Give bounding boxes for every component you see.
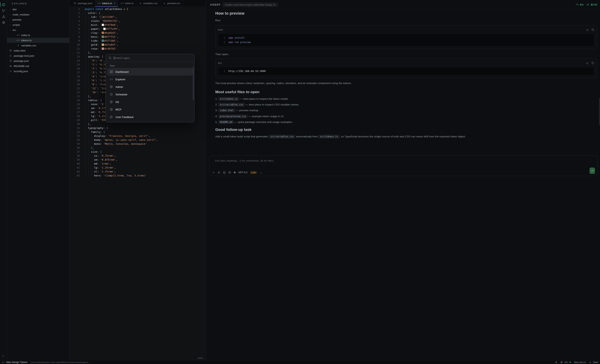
tree-item-tokens.ts[interactable]: </>tokens.ts — [7, 38, 69, 43]
tree-item-index.ts[interactable]: </>index.ts — [7, 33, 69, 38]
code-line: 10 gold: '#d7a84f', — [70, 43, 206, 47]
code-icon — [110, 78, 113, 81]
codeblock-line: 2npm run preview — [220, 40, 300, 45]
search-row[interactable]: Search apps... — [106, 54, 194, 62]
context-button[interactable] — [223, 171, 226, 174]
model-selector[interactable]: GPT-5.5 — [238, 171, 248, 174]
search-icon — [109, 56, 112, 59]
chevron-right-icon — [9, 19, 11, 21]
explorer-title: EXPLORER — [7, 0, 69, 7]
explorer-panel: EXPLORER distnode_modulespreviewscriptss… — [7, 0, 70, 182]
file-chip[interactable]: src/variables.css — [218, 103, 245, 107]
reasoning-button[interactable] — [228, 171, 231, 174]
file-tree: distnode_modulespreviewscriptssrc</>inde… — [7, 7, 69, 74]
agent-label: AGENT — [210, 3, 221, 6]
dialog-scrollbar[interactable] — [193, 67, 194, 100]
app-item-Admin[interactable]: Admin — [107, 83, 193, 91]
app-list: DashboardExplorerAdminSchedulerGitMCPUse… — [106, 68, 194, 121]
box-file-icon — [73, 2, 76, 5]
gear-file-icon — [9, 70, 12, 73]
tree-item-index.html[interactable]: index.html — [7, 48, 69, 53]
chevron-down-icon[interactable] — [260, 172, 262, 174]
preview-note: The local preview shows colour swatches,… — [215, 81, 300, 85]
search-input[interactable]: Search apps... — [114, 56, 131, 59]
run-label: Run: — [215, 18, 300, 23]
agents-button[interactable] — [217, 171, 220, 174]
bash-code-block: bash1npm install2npm run preview — [215, 25, 300, 49]
codeblock-line: 1npm install — [220, 36, 300, 40]
files-activity-icon[interactable] — [0, 2, 7, 8]
file-chip[interactable]: index.html — [218, 109, 235, 112]
tab-package.json[interactable]: package.json — [71, 0, 95, 7]
chevron-right-icon — [9, 8, 11, 10]
app-item-Scheduler[interactable]: Scheduler — [107, 91, 193, 98]
tab-bar: package.json</>tokens.ts×</>index.ts϶var… — [70, 0, 206, 7]
tree-item-src[interactable]: src — [7, 27, 69, 33]
code-line: 7 clay: '#ba6b43', — [70, 31, 206, 35]
attach-button[interactable] — [212, 171, 215, 174]
code-line: 43 hero: 'clamp(2.5rem, 7vw, 5.5rem)' — [70, 174, 206, 178]
codeblock-language: text — [218, 62, 222, 64]
tree-item-variables.css[interactable]: ϶variables.css — [7, 43, 69, 48]
tab-preview.css[interactable]: ϶preview.css — [160, 0, 183, 7]
useful-file-item: 5. README.md — quick package overview an… — [215, 120, 300, 124]
org-activity-icon[interactable] — [0, 13, 7, 19]
agent-panel: AGENT Create a new demo project called A… — [206, 0, 300, 182]
globe-activity-icon[interactable] — [0, 19, 7, 25]
useful-files-list: 1. src/tokens.ts — best place to inspect… — [215, 97, 300, 124]
effort-badge[interactable]: Low — [250, 171, 257, 174]
ts-file-icon: </> — [121, 2, 124, 5]
activity-bar — [0, 0, 7, 182]
tab-index.ts[interactable]: </>index.ts — [118, 0, 136, 7]
heading-useful-files: Most useful files to open — [215, 90, 300, 94]
agent-body: How to preview Run: bash1npm install2npm… — [215, 9, 300, 139]
code-line: 32 family: { — [70, 130, 206, 134]
agent-task-pill[interactable]: Create a new demo project called Atlas D… — [223, 3, 278, 7]
code-line: 1export const atlasTokens = { — [70, 7, 206, 11]
code-line: 8 moss: '#6f7f52', — [70, 35, 206, 39]
composer-input[interactable]: Ask Sero anything... (/ for commands, @ … — [209, 156, 300, 162]
file-chip[interactable]: preview/preview.css — [218, 115, 248, 118]
composer[interactable]: Ask Sero anything... (/ for commands, @ … — [209, 155, 300, 176]
tree-item-tsconfig.json[interactable]: tsconfig.json — [7, 69, 69, 74]
tree-item-package.json[interactable]: package.json — [7, 58, 69, 64]
feedback-icon — [110, 115, 113, 118]
chevron-down-icon — [9, 29, 11, 31]
file-chip[interactable]: README.md — [218, 120, 234, 124]
code-line: 39 sm: '0.875rem', — [70, 158, 206, 162]
tree-item-scripts[interactable]: scripts — [7, 22, 69, 27]
text-code-block: text1http://192.168.64.55:3000 — [215, 58, 300, 78]
file-chip[interactable]: src/tokens.ts — [218, 97, 239, 101]
tree-item-node_modules[interactable]: node_modules — [7, 12, 69, 17]
close-icon[interactable]: × — [114, 2, 115, 5]
ts-file-icon: </> — [17, 34, 20, 36]
codeblock-line: 1http://192.168.64.55:3000 — [220, 69, 300, 73]
app-item-Git[interactable]: Git — [107, 98, 193, 106]
css-file-icon: ϶ — [163, 2, 166, 5]
code-line: 40 md: '1rem', — [70, 162, 206, 166]
app-switcher-dialog: Search apps... Apps DashboardExplorerAdm… — [105, 54, 195, 122]
tab-tokens.ts[interactable]: </>tokens.ts× — [95, 0, 118, 7]
cube-icon — [110, 100, 113, 103]
tab-variables.css[interactable]: ϶variables.css — [136, 0, 160, 7]
tree-item-package-lock.json[interactable]: package-lock.json — [7, 53, 69, 58]
ts-file-icon: </> — [98, 2, 101, 5]
tree-item-README.md[interactable]: README.md — [7, 64, 69, 69]
text-caret — [114, 56, 114, 60]
tree-item-dist[interactable]: dist — [7, 7, 69, 12]
app-item-Explorer[interactable]: Explorer — [107, 75, 193, 83]
code-line: 34 body: 'Aptos, ui-sans-serif, sans-ser… — [70, 138, 206, 142]
branch-activity-icon[interactable] — [0, 8, 7, 13]
code-line: 4 slate: '#393735', — [70, 19, 206, 23]
app-item-User Feedback[interactable]: User Feedback — [107, 113, 193, 121]
file-chip[interactable]: src/variables.css — [269, 135, 295, 138]
clock-icon — [110, 93, 113, 96]
dashboard-icon — [110, 70, 113, 73]
color-swatch — [102, 32, 104, 34]
app-item-MCP[interactable]: MCP — [107, 106, 193, 113]
tree-item-preview[interactable]: preview — [7, 17, 69, 22]
codeblock-language: bash — [218, 28, 223, 31]
code-line: 41 lg: '1.25rem', — [70, 166, 206, 170]
app-item-Dashboard[interactable]: Dashboard — [107, 68, 193, 75]
color-swatch — [103, 20, 105, 22]
